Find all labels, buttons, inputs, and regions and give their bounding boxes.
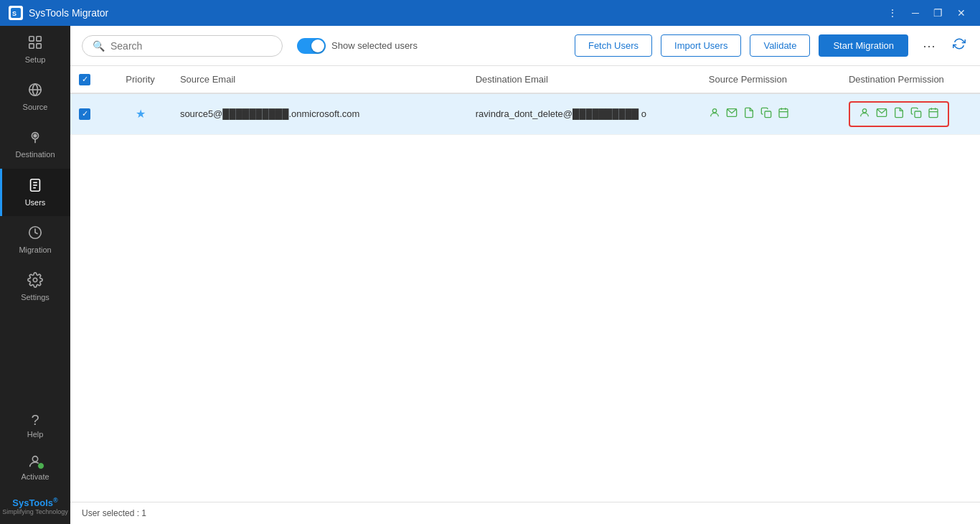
row-checkbox[interactable] bbox=[79, 108, 90, 120]
sidebar-label-source: Source bbox=[23, 103, 48, 112]
title-bar: S SysTools Migrator ⋮ ─ ❐ ✕ bbox=[0, 0, 980, 26]
fetch-users-button[interactable]: Fetch Users bbox=[575, 34, 652, 57]
col-header-checkbox bbox=[70, 66, 109, 93]
title-bar-left: S SysTools Migrator bbox=[9, 6, 108, 20]
status-bar: User selected : 1 bbox=[70, 502, 980, 524]
search-box[interactable]: 🔍 bbox=[82, 35, 283, 57]
star-icon[interactable]: ★ bbox=[136, 108, 146, 120]
src-copy-icon[interactable] bbox=[760, 107, 772, 121]
sidebar-label-users: Users bbox=[25, 198, 46, 207]
more-button[interactable]: ⋯ bbox=[917, 35, 941, 57]
svg-point-9 bbox=[34, 135, 37, 138]
col-header-priority: Priority bbox=[109, 66, 171, 93]
src-mail-icon[interactable] bbox=[726, 107, 738, 121]
brand-tagline: Simplifying Technology bbox=[0, 508, 70, 515]
src-file-icon[interactable] bbox=[743, 107, 755, 121]
app-body: Setup Source Destination bbox=[0, 26, 980, 524]
header-checkbox[interactable] bbox=[79, 74, 90, 85]
toolbar: 🔍 Show selected users Fetch Users Import… bbox=[70, 26, 980, 66]
row-dest-email-cell: ravindra_dont_delete@██████████ o bbox=[467, 93, 700, 135]
app-icon: S bbox=[9, 6, 23, 20]
toggle-label: Show selected users bbox=[331, 40, 418, 51]
maximize-btn[interactable]: ❐ bbox=[928, 4, 948, 22]
row-source-email-cell: source5@██████████.onmicrosoft.com bbox=[171, 93, 467, 135]
table-header: Priority Source Email Destination Email … bbox=[70, 66, 980, 93]
dst-perm-icons-bordered bbox=[849, 101, 949, 127]
row-checkbox-cell bbox=[70, 93, 109, 135]
svg-rect-2 bbox=[29, 37, 34, 41]
svg-rect-3 bbox=[37, 37, 41, 41]
svg-point-17 bbox=[712, 108, 716, 112]
sidebar-item-source[interactable]: Source bbox=[0, 73, 70, 121]
svg-rect-4 bbox=[29, 44, 34, 48]
refresh-button[interactable] bbox=[950, 34, 969, 57]
start-migration-button[interactable]: Start Migration bbox=[819, 34, 908, 57]
sidebar-label-help: Help bbox=[27, 430, 44, 439]
table-row[interactable]: ★ source5@██████████.onmicrosoft.com rav… bbox=[70, 93, 980, 135]
col-header-src-perm: Source Permission bbox=[700, 66, 840, 93]
setup-icon bbox=[27, 34, 43, 52]
src-person-icon[interactable] bbox=[709, 107, 720, 121]
sidebar-label-setup: Setup bbox=[25, 55, 46, 65]
table-body: ★ source5@██████████.onmicrosoft.com rav… bbox=[70, 93, 980, 135]
dest-email-text: ravindra_dont_delete@██████████ o bbox=[476, 108, 646, 119]
sidebar: Setup Source Destination bbox=[0, 26, 70, 524]
sidebar-label-activate: Activate bbox=[21, 472, 49, 482]
settings-icon bbox=[27, 272, 43, 290]
dst-mail-icon[interactable] bbox=[876, 107, 887, 121]
systools-logo: SysTools® Simplifying Technology bbox=[0, 490, 70, 524]
svg-point-24 bbox=[862, 108, 866, 112]
close-btn[interactable]: ✕ bbox=[951, 4, 971, 22]
dst-file-icon[interactable] bbox=[893, 107, 905, 121]
sidebar-item-settings[interactable]: Settings bbox=[0, 263, 70, 311]
sidebar-item-users[interactable]: Users bbox=[0, 169, 70, 216]
source-email-text: source5@██████████.onmicrosoft.com bbox=[180, 108, 360, 119]
window-controls: ⋮ ─ ❐ ✕ bbox=[882, 4, 971, 22]
svg-text:S: S bbox=[12, 10, 17, 17]
app-title: SysTools Migrator bbox=[29, 7, 108, 19]
table-container: Priority Source Email Destination Email … bbox=[70, 66, 980, 502]
minimize-btn[interactable]: ─ bbox=[906, 4, 925, 22]
svg-rect-5 bbox=[37, 44, 41, 48]
more-options-btn[interactable]: ⋮ bbox=[882, 4, 903, 22]
validate-button[interactable]: Validate bbox=[750, 34, 810, 57]
sidebar-item-migration[interactable]: Migration bbox=[0, 216, 70, 263]
col-header-source-email: Source Email bbox=[171, 66, 467, 93]
sidebar-bottom: ? Help Activate SysTools® Simplifying Te… bbox=[0, 406, 70, 524]
activate-icon bbox=[27, 454, 43, 469]
svg-point-16 bbox=[32, 457, 37, 462]
svg-rect-20 bbox=[779, 108, 788, 117]
svg-rect-27 bbox=[929, 108, 938, 117]
sidebar-label-destination: Destination bbox=[15, 150, 55, 159]
sidebar-label-settings: Settings bbox=[21, 293, 50, 302]
row-priority-cell: ★ bbox=[109, 93, 171, 135]
src-perm-icons bbox=[709, 107, 831, 121]
row-src-perm-cell bbox=[700, 93, 840, 135]
src-calendar-icon[interactable] bbox=[778, 107, 789, 121]
dst-copy-icon[interactable] bbox=[910, 107, 922, 121]
user-selected-text: User selected : 1 bbox=[82, 508, 146, 518]
dst-person-icon[interactable] bbox=[859, 107, 870, 121]
brand-name: SysTools® bbox=[0, 497, 70, 508]
search-icon: 🔍 bbox=[93, 40, 105, 52]
svg-point-15 bbox=[33, 278, 37, 282]
migration-icon bbox=[27, 225, 43, 243]
sidebar-item-setup[interactable]: Setup bbox=[0, 26, 70, 73]
main-content: 🔍 Show selected users Fetch Users Import… bbox=[70, 26, 980, 524]
source-icon bbox=[27, 82, 43, 100]
import-users-button[interactable]: Import Users bbox=[661, 34, 741, 57]
sidebar-item-help[interactable]: ? Help bbox=[0, 406, 70, 446]
toggle-wrapper: Show selected users bbox=[297, 38, 418, 54]
sidebar-item-activate[interactable]: Activate bbox=[0, 446, 70, 489]
sidebar-item-destination[interactable]: Destination bbox=[0, 121, 70, 168]
search-input[interactable] bbox=[110, 40, 272, 52]
show-selected-toggle[interactable] bbox=[297, 38, 326, 54]
help-icon: ? bbox=[31, 413, 39, 427]
col-header-dest-email: Destination Email bbox=[467, 66, 700, 93]
users-icon bbox=[27, 177, 43, 195]
row-dst-perm-cell bbox=[840, 93, 980, 135]
toggle-knob bbox=[311, 39, 324, 52]
svg-rect-26 bbox=[915, 111, 921, 118]
users-table: Priority Source Email Destination Email … bbox=[70, 66, 980, 135]
dst-calendar-icon[interactable] bbox=[928, 107, 939, 121]
